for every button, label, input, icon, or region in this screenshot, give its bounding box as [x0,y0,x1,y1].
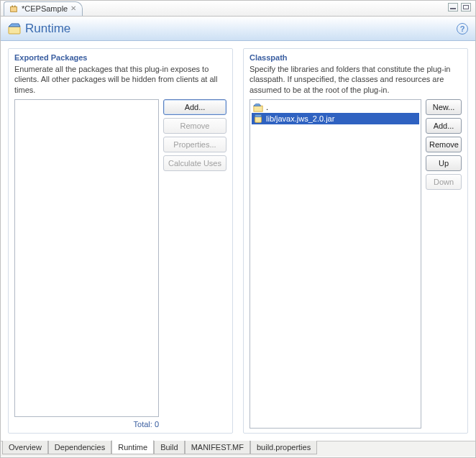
tab-build-properties[interactable]: build.properties [250,441,317,454]
tab-dependencies[interactable]: Dependencies [48,441,111,454]
section-desc-exported: Enumerate all the packages that this plu… [14,64,226,95]
minimize-button[interactable] [448,3,458,12]
new-classpath-button[interactable]: New... [426,99,462,115]
calculate-uses-button: Calculate Uses [163,155,226,171]
content-area: Exported Packages Enumerate all the pack… [1,41,475,441]
exported-total: Total: 0 [14,420,226,429]
folder-root-icon [253,102,263,112]
editor-tab[interactable]: *CEPSample ✕ [4,1,83,16]
classpath-list[interactable]: .lib/javax.jws_2.0.jar [250,99,421,429]
up-classpath-button[interactable]: Up [426,155,462,171]
close-icon[interactable]: ✕ [70,5,78,12]
editor-tab-bar: *CEPSample ✕ [1,1,475,17]
svg-rect-3 [9,27,20,34]
add-classpath-button[interactable]: Add... [426,118,462,134]
tab-manifest-mf[interactable]: MANIFEST.MF [185,441,250,454]
bottom-tabs: OverviewDependenciesRuntimeBuildMANIFEST… [1,441,475,457]
tab-runtime[interactable]: Runtime [111,440,154,454]
svg-rect-0 [11,6,17,12]
section-title-classpath: Classpath [250,53,462,62]
page-title: Runtime [25,22,70,36]
section-title-exported: Exported Packages [14,53,226,62]
svg-rect-1 [12,6,13,7]
down-classpath-button: Down [426,174,462,190]
exported-packages-list[interactable] [14,99,159,417]
window-controls [448,3,471,12]
tab-overview[interactable]: Overview [2,441,48,454]
remove-package-button: Remove [163,118,226,134]
classpath-item[interactable]: lib/javax.jws_2.0.jar [252,113,419,124]
svg-rect-6 [255,115,262,117]
form-header: Runtime ? [1,17,475,41]
tab-build[interactable]: Build [154,441,184,454]
classpath-section: Classpath Specify the libraries and fold… [243,48,468,434]
classpath-item[interactable]: . [252,101,419,113]
exported-packages-section: Exported Packages Enumerate all the pack… [8,48,233,434]
jar-icon [253,114,263,124]
add-package-button[interactable]: Add... [163,99,226,115]
svg-rect-2 [14,6,16,7]
plugin-icon [9,4,19,14]
editor-tab-title: *CEPSample [22,4,68,13]
remove-classpath-button[interactable]: Remove [426,137,462,152]
maximize-button[interactable] [461,3,471,12]
runtime-icon [8,22,21,35]
classpath-item-label: lib/javax.jws_2.0.jar [266,114,334,123]
section-desc-classpath: Specify the libraries and folders that c… [250,64,462,95]
properties-button: Properties... [163,137,226,152]
classpath-item-label: . [266,103,268,111]
svg-rect-4 [254,106,262,111]
help-icon[interactable]: ? [457,23,468,35]
